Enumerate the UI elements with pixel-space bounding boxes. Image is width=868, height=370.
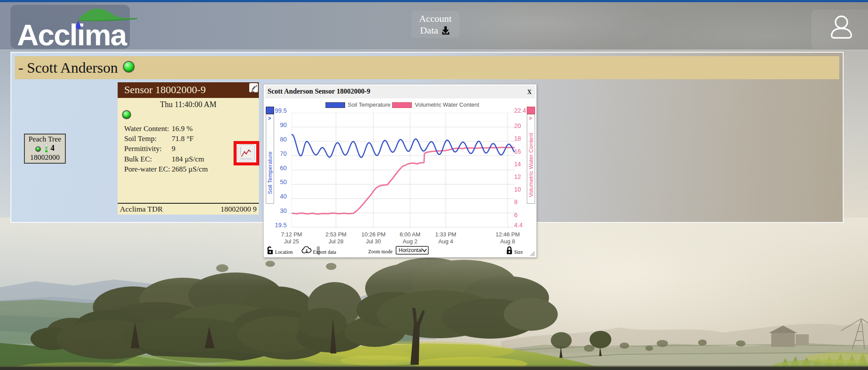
svg-text:Location: Location [275, 249, 293, 255]
svg-text:Export data: Export data [313, 249, 336, 255]
svg-text:Zoom mode: Zoom mode [368, 249, 393, 254]
svg-text:Size: Size [514, 249, 523, 255]
